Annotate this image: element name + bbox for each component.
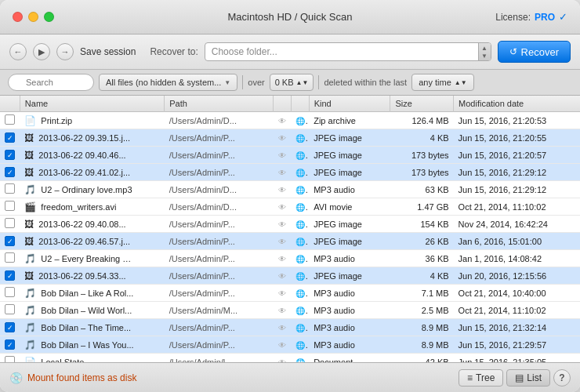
row-checkbox[interactable]: ✓ (5, 322, 15, 332)
web-icon[interactable]: 🌐 (295, 306, 309, 315)
help-button[interactable]: ? (553, 369, 571, 387)
row-web-cell[interactable]: 🌐 (291, 164, 309, 181)
row-preview-cell[interactable]: 👁 (273, 112, 291, 129)
web-icon[interactable]: 🌐 (295, 220, 309, 229)
preview-icon[interactable]: 👁 (278, 324, 286, 332)
col-size-header[interactable]: Size (390, 96, 454, 112)
preview-icon[interactable]: 👁 (278, 220, 286, 229)
row-checkbox[interactable] (5, 183, 15, 194)
maximize-button[interactable] (44, 12, 54, 22)
preview-icon[interactable]: 👁 (278, 186, 286, 194)
close-button[interactable] (13, 12, 23, 22)
row-web-cell[interactable]: 🌐 (291, 354, 309, 363)
play-button[interactable]: ▶ (33, 43, 50, 60)
row-preview-cell[interactable]: 👁 (273, 216, 291, 233)
tree-view-button[interactable]: ≡ Tree (459, 369, 503, 387)
row-checkbox-cell[interactable]: ✓ (0, 129, 20, 147)
preview-icon[interactable]: 👁 (278, 289, 286, 298)
row-preview-cell[interactable]: 👁 (273, 233, 291, 250)
preview-icon[interactable]: 👁 (278, 255, 286, 263)
preview-icon[interactable]: 👁 (278, 151, 286, 160)
row-checkbox[interactable]: ✓ (5, 132, 15, 143)
row-checkbox[interactable]: ✓ (5, 167, 15, 177)
save-session-button[interactable]: Save session (80, 46, 136, 57)
row-checkbox[interactable] (5, 218, 15, 228)
row-checkbox-cell[interactable] (0, 112, 20, 129)
row-checkbox[interactable]: ✓ (5, 339, 15, 350)
preview-icon[interactable]: 👁 (278, 203, 286, 212)
web-icon[interactable]: 🌐 (295, 254, 309, 263)
col-date-header[interactable]: Modification date (454, 96, 580, 112)
row-web-cell[interactable]: 🌐 (291, 336, 309, 354)
row-checkbox-cell[interactable] (0, 302, 20, 319)
row-checkbox[interactable] (5, 252, 15, 263)
size-filter-button[interactable]: 0 KB ▲▼ (270, 74, 314, 91)
row-checkbox-cell[interactable]: ✓ (0, 147, 20, 164)
web-icon[interactable]: 🌐 (295, 151, 309, 160)
row-preview-cell[interactable]: 👁 (273, 267, 291, 285)
all-files-filter-button[interactable]: All files (no hidden & system... ▼ (99, 74, 237, 91)
row-preview-cell[interactable]: 👁 (273, 181, 291, 198)
row-preview-cell[interactable]: 👁 (273, 336, 291, 354)
folder-select[interactable]: Choose folder... ▲ ▼ (205, 42, 491, 61)
row-checkbox-cell[interactable] (0, 354, 20, 363)
row-checkbox[interactable] (5, 287, 15, 297)
row-preview-cell[interactable]: 👁 (273, 285, 291, 302)
folder-dropdown-arrow[interactable]: ▲ ▼ (478, 42, 491, 61)
row-web-cell[interactable]: 🌐 (291, 216, 309, 233)
forward-button[interactable]: → (56, 43, 74, 60)
row-checkbox[interactable]: ✓ (5, 150, 15, 160)
row-preview-cell[interactable]: 👁 (273, 354, 291, 363)
row-checkbox[interactable]: ✓ (5, 270, 15, 281)
row-preview-cell[interactable]: 👁 (273, 198, 291, 216)
preview-icon[interactable]: 👁 (278, 134, 286, 143)
row-web-cell[interactable]: 🌐 (291, 233, 309, 250)
row-web-cell[interactable]: 🌐 (291, 112, 309, 129)
row-preview-cell[interactable]: 👁 (273, 164, 291, 181)
row-checkbox-cell[interactable] (0, 198, 20, 216)
row-checkbox-cell[interactable]: ✓ (0, 336, 20, 354)
row-preview-cell[interactable]: 👁 (273, 250, 291, 267)
row-checkbox-cell[interactable] (0, 216, 20, 233)
web-icon[interactable]: 🌐 (295, 289, 309, 298)
preview-icon[interactable]: 👁 (278, 272, 286, 281)
preview-icon[interactable]: 👁 (278, 238, 286, 246)
row-preview-cell[interactable]: 👁 (273, 302, 291, 319)
row-web-cell[interactable]: 🌐 (291, 181, 309, 198)
row-web-cell[interactable]: 🌐 (291, 319, 309, 336)
minimize-button[interactable] (28, 12, 38, 22)
row-checkbox[interactable] (5, 114, 15, 125)
row-checkbox-cell[interactable]: ✓ (0, 267, 20, 285)
web-icon[interactable]: 🌐 (295, 116, 309, 125)
recover-button[interactable]: ↺ Recover (498, 41, 571, 63)
row-preview-cell[interactable]: 👁 (273, 147, 291, 164)
web-icon[interactable]: 🌐 (295, 185, 309, 194)
web-icon[interactable]: 🌐 (295, 271, 309, 281)
row-web-cell[interactable]: 🌐 (291, 129, 309, 147)
search-input[interactable] (8, 74, 94, 91)
row-checkbox-cell[interactable]: ✓ (0, 233, 20, 250)
web-icon[interactable]: 🌐 (295, 133, 309, 143)
row-web-cell[interactable]: 🌐 (291, 250, 309, 267)
col-kind-header[interactable]: Kind (309, 96, 390, 112)
web-icon[interactable]: 🌐 (295, 340, 309, 350)
preview-icon[interactable]: 👁 (278, 307, 286, 315)
row-checkbox-cell[interactable]: ✓ (0, 164, 20, 181)
row-web-cell[interactable]: 🌐 (291, 267, 309, 285)
preview-icon[interactable]: 👁 (278, 341, 286, 350)
web-icon[interactable]: 🌐 (295, 168, 309, 177)
list-view-button[interactable]: ▤ List (506, 369, 550, 387)
preview-icon[interactable]: 👁 (278, 169, 286, 177)
col-path-header[interactable]: Path (165, 96, 273, 112)
back-button[interactable]: ← (9, 43, 27, 60)
row-checkbox[interactable] (5, 201, 15, 211)
row-checkbox[interactable] (5, 304, 15, 314)
row-checkbox-cell[interactable]: ✓ (0, 319, 20, 336)
row-checkbox-cell[interactable] (0, 285, 20, 302)
row-checkbox-cell[interactable] (0, 181, 20, 198)
row-web-cell[interactable]: 🌐 (291, 285, 309, 302)
row-checkbox-cell[interactable] (0, 250, 20, 267)
col-name-header[interactable]: Name (20, 96, 164, 112)
time-filter-button[interactable]: any time ▲▼ (411, 74, 473, 91)
row-preview-cell[interactable]: 👁 (273, 319, 291, 336)
